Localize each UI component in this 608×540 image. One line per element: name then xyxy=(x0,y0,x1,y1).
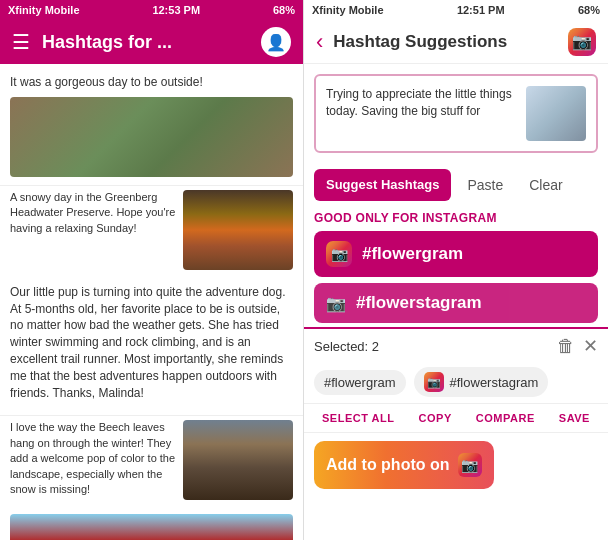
post-text: It was a gorgeous day to be outside! xyxy=(10,74,293,91)
list-item[interactable]: I love the way the Beech leaves hang on … xyxy=(0,416,303,504)
avatar-symbol: 👤 xyxy=(266,33,286,52)
selected-tag-text: #flowergram xyxy=(324,375,396,390)
selected-tag-text: #flowerstagram xyxy=(450,375,539,390)
selection-header: Selected: 2 🗑 ✕ xyxy=(304,329,608,363)
right-time: 12:51 PM xyxy=(457,4,505,16)
right-status-bar: Xfinity Mobile 12:51 PM 68% xyxy=(304,0,608,20)
ig-symbol: 📷 xyxy=(326,295,346,312)
select-all-button[interactable]: SELECT ALL xyxy=(316,408,400,428)
ig-inline-symbol: 📷 xyxy=(461,457,478,473)
post-image xyxy=(10,97,293,177)
left-title: Hashtags for ... xyxy=(42,32,249,53)
left-time: 12:53 PM xyxy=(152,4,200,16)
left-status-bar: Xfinity Mobile 12:53 PM 68% xyxy=(0,0,303,20)
menu-icon[interactable]: ☰ xyxy=(12,30,30,54)
copy-button[interactable]: COPY xyxy=(413,408,458,428)
left-battery: 68% xyxy=(273,4,295,16)
left-header: ☰ Hashtags for ... 👤 xyxy=(0,20,303,64)
action-buttons-row: SELECT ALL COPY COMPARE SAVE xyxy=(304,403,608,433)
list-item[interactable] xyxy=(0,504,303,540)
post-image xyxy=(10,514,293,540)
good-only-label: GOOD ONLY FOR INSTAGRAM xyxy=(304,207,608,231)
instagram-icon: 📷 xyxy=(326,294,346,313)
selected-count: Selected: 2 xyxy=(314,339,549,354)
list-item[interactable]: A snowy day in the Greenberg Headwater P… xyxy=(0,186,303,274)
left-content: It was a gorgeous day to be outside! A s… xyxy=(0,64,303,540)
left-carrier: Xfinity Mobile xyxy=(8,4,80,16)
selection-panel: Selected: 2 🗑 ✕ #flowergram 📷 #flowersta… xyxy=(304,327,608,495)
caption-text: Trying to appreciate the little things t… xyxy=(326,86,518,141)
instagram-icon: 📷 xyxy=(326,241,352,267)
avatar-icon[interactable]: 👤 xyxy=(261,27,291,57)
right-battery: 68% xyxy=(578,4,600,16)
hashtag-text: #flowergram xyxy=(362,244,463,264)
save-button[interactable]: SAVE xyxy=(553,408,596,428)
trash-icon[interactable]: 🗑 xyxy=(557,336,575,357)
right-panel: Xfinity Mobile 12:51 PM 68% ‹ Hashtag Su… xyxy=(304,0,608,540)
post-image-placeholder xyxy=(10,97,293,177)
caption-box: Trying to appreciate the little things t… xyxy=(314,74,598,153)
right-title: Hashtag Suggestions xyxy=(333,32,558,52)
post-text: I love the way the Beech leaves hang on … xyxy=(10,420,179,500)
selected-tag[interactable]: #flowergram xyxy=(314,370,406,395)
close-icon[interactable]: ✕ xyxy=(583,335,598,357)
camera-icon: 📷 xyxy=(572,32,592,51)
post-text: Our little pup is turning into quite the… xyxy=(10,284,293,402)
ig-sm-symbol: 📷 xyxy=(427,376,441,389)
back-button[interactable]: ‹ xyxy=(316,29,323,55)
instagram-icon-small: 📷 xyxy=(424,372,444,392)
suggest-hashtags-button[interactable]: Suggest Hashtags xyxy=(314,169,451,201)
action-bar: Suggest Hashtags Paste Clear xyxy=(304,163,608,207)
post-image-placeholder xyxy=(10,514,293,540)
instagram-icon[interactable]: 📷 xyxy=(568,28,596,56)
right-carrier: Xfinity Mobile xyxy=(312,4,384,16)
left-panel: Xfinity Mobile 12:53 PM 68% ☰ Hashtags f… xyxy=(0,0,304,540)
post-image xyxy=(183,420,293,500)
clear-button[interactable]: Clear xyxy=(519,169,572,201)
hashtag-text: #flowerstagram xyxy=(356,293,482,313)
add-to-photo-button[interactable]: Add to photo on 📷 xyxy=(314,441,494,489)
right-header: ‹ Hashtag Suggestions 📷 xyxy=(304,20,608,64)
selected-tags-row: #flowergram 📷 #flowerstagram xyxy=(304,363,608,403)
add-to-photo-label: Add to photo on xyxy=(326,456,450,474)
compare-button[interactable]: COMPARE xyxy=(470,408,541,428)
list-item[interactable]: It was a gorgeous day to be outside! xyxy=(0,64,303,186)
hashtag-row[interactable]: 📷 #flowerstagram xyxy=(314,283,598,323)
list-item[interactable]: Our little pup is turning into quite the… xyxy=(0,274,303,417)
paste-button[interactable]: Paste xyxy=(457,169,513,201)
instagram-icon-inline: 📷 xyxy=(458,453,482,477)
selected-tag[interactable]: 📷 #flowerstagram xyxy=(414,367,549,397)
caption-thumbnail xyxy=(526,86,586,141)
hashtag-row[interactable]: 📷 #flowergram xyxy=(314,231,598,277)
post-text: A snowy day in the Greenberg Headwater P… xyxy=(10,190,179,270)
ig-symbol: 📷 xyxy=(331,246,348,262)
post-image xyxy=(183,190,293,270)
